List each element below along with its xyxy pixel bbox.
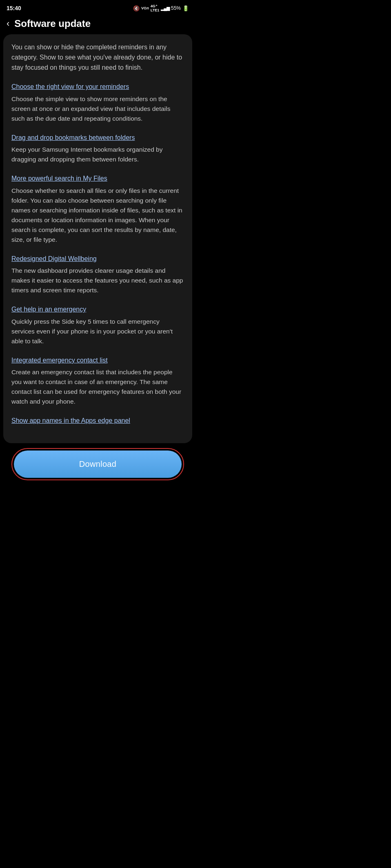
feature-desc-emergency-contacts: Create an emergency contact list that in… bbox=[11, 367, 184, 406]
mute-icon: 🔇 bbox=[133, 5, 140, 11]
feature-desc-my-files: Choose whether to search all files or on… bbox=[11, 186, 184, 245]
feature-section-emergency-contacts: Integrated emergency contact list Create… bbox=[11, 356, 184, 406]
feature-desc-emergency-help: Quickly press the Side key 5 times to ca… bbox=[11, 317, 184, 346]
page-header: ‹ Software update bbox=[0, 15, 196, 34]
feature-title-apps-edge: Show app names in the Apps edge panel bbox=[11, 416, 184, 425]
feature-desc-digital-wellbeing: The new dashboard provides clearer usage… bbox=[11, 266, 184, 295]
signal-icon: ▂▄▆ bbox=[161, 6, 169, 11]
content-card: You can show or hide the completed remin… bbox=[3, 34, 192, 443]
download-area: Download bbox=[3, 443, 192, 488]
feature-title-bookmarks: Drag and drop bookmarks between folders bbox=[11, 133, 184, 142]
feature-title-emergency-contacts: Integrated emergency contact list bbox=[11, 356, 184, 365]
network-4g-icon: 4G⁺LTE1 bbox=[151, 4, 159, 12]
feature-title-reminders-view: Choose the right view for your reminders bbox=[11, 82, 184, 91]
download-button-wrapper: Download bbox=[11, 448, 184, 480]
vol-lte-icon: VOл bbox=[141, 6, 149, 10]
feature-desc-reminders-view: Choose the simple view to show more remi… bbox=[11, 94, 184, 124]
intro-text: You can show or hide the completed remin… bbox=[11, 42, 184, 73]
download-button[interactable]: Download bbox=[14, 451, 182, 478]
status-bar: 15:40 🔇 VOл 4G⁺LTE1 ▂▄▆ 55% 🔋 bbox=[0, 0, 196, 15]
page-title: Software update bbox=[14, 18, 91, 29]
battery-percentage: 55% bbox=[171, 5, 181, 11]
feature-title-digital-wellbeing: Redesigned Digital Wellbeing bbox=[11, 254, 184, 263]
feature-desc-bookmarks: Keep your Samsung Internet bookmarks org… bbox=[11, 145, 184, 164]
feature-section-bookmarks: Drag and drop bookmarks between folders … bbox=[11, 133, 184, 164]
feature-section-digital-wellbeing: Redesigned Digital Wellbeing The new das… bbox=[11, 254, 184, 295]
feature-section-reminders-view: Choose the right view for your reminders… bbox=[11, 82, 184, 123]
feature-title-emergency-help: Get help in an emergency bbox=[11, 305, 184, 314]
feature-section-emergency-help: Get help in an emergency Quickly press t… bbox=[11, 305, 184, 346]
feature-section-my-files: More powerful search in My Files Choose … bbox=[11, 174, 184, 244]
back-button[interactable]: ‹ bbox=[7, 18, 9, 29]
feature-section-apps-edge: Show app names in the Apps edge panel bbox=[11, 416, 184, 425]
battery-icon: 🔋 bbox=[182, 5, 189, 11]
feature-title-my-files: More powerful search in My Files bbox=[11, 174, 184, 183]
status-icons: 🔇 VOл 4G⁺LTE1 ▂▄▆ 55% 🔋 bbox=[133, 4, 189, 12]
status-time: 15:40 bbox=[7, 5, 21, 11]
